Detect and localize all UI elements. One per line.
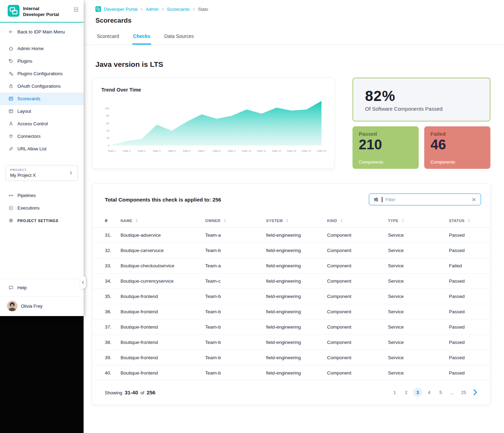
filter-input[interactable] xyxy=(386,197,468,202)
table-row[interactable]: 40.Boutique-frontendTeam-bfield-engineer… xyxy=(92,365,490,381)
table-cell: 40. xyxy=(105,370,121,376)
table-row[interactable]: 31.Boutique-adserviceTeam-afield-enginee… xyxy=(92,228,490,243)
sort-icon[interactable] xyxy=(135,219,139,222)
table-cell: Component xyxy=(327,324,388,330)
pagination-page-2[interactable]: 2 xyxy=(402,388,411,397)
sidebar-item-scorecards[interactable]: Scorecards xyxy=(0,93,84,105)
table-cell: Passed xyxy=(449,278,483,284)
table-cell: Service xyxy=(388,309,449,314)
sidebar-item-pipelines[interactable]: Pipelines xyxy=(0,189,84,202)
table-row[interactable]: 35.Boutique-frontendTeam-bfield-engineer… xyxy=(92,289,490,304)
sidebar-item-help[interactable]: Help xyxy=(0,279,84,296)
table-cell: Passed xyxy=(449,340,483,345)
showing-total: 256 xyxy=(147,389,155,395)
table-row[interactable]: 39.Boutique-frontendTeam-bfield-engineer… xyxy=(92,350,490,365)
app-title: Internal Developer Portal xyxy=(23,5,59,18)
table-cell: 31. xyxy=(105,233,121,238)
table-cell: Passed xyxy=(449,370,483,376)
sort-icon[interactable] xyxy=(401,219,405,222)
pagination-page-1[interactable]: 1 xyxy=(390,388,399,397)
chevron-left-icon xyxy=(80,280,86,285)
sidebar-item-plugins[interactable]: Plugins xyxy=(0,55,84,68)
table-cell: field-engineering xyxy=(266,263,327,268)
pagination-page-25[interactable]: 25 xyxy=(459,388,468,397)
table-cell: field-engineering xyxy=(266,340,327,345)
sidebar-item-plugins-configurations[interactable]: Plugins Configurations xyxy=(0,68,84,80)
showing-label: Showing xyxy=(105,390,122,395)
table-cell: Team-a xyxy=(205,263,266,268)
column-header-type[interactable]: TYPE xyxy=(388,219,449,223)
column-header-system[interactable]: SYSTEM xyxy=(266,219,327,223)
svg-text:Date 8: Date 8 xyxy=(213,149,220,152)
sidebar-item-executions[interactable]: Executions xyxy=(0,202,84,214)
apps-grid-icon[interactable] xyxy=(73,5,79,12)
table-title: Total Components this check is applied t… xyxy=(105,197,221,203)
user-name: Olivia Frey xyxy=(21,304,42,309)
close-icon[interactable] xyxy=(471,197,476,202)
user-profile[interactable]: Olivia Frey xyxy=(0,296,84,316)
table-cell: Boutique-frontend xyxy=(121,340,205,345)
back-to-idp-main-menu[interactable]: Back to IDP Main Menu xyxy=(0,23,84,40)
table-cell: Component xyxy=(327,355,388,360)
page-header: Developer Portal>Admin>Scorecards>Stats … xyxy=(84,0,504,45)
table-cell: 38. xyxy=(105,340,121,345)
table-cell: Boutique-currencyservice xyxy=(121,278,205,284)
table-cell: Boutique-adservice xyxy=(121,233,205,238)
table-cell: Boutique-carservuce xyxy=(121,248,205,253)
sort-icon[interactable] xyxy=(467,219,471,222)
sidebar-item-access-control[interactable]: Access Control xyxy=(0,118,84,130)
pagination-page-3[interactable]: 3 xyxy=(413,388,422,397)
sidebar-collapse-handle[interactable] xyxy=(80,276,86,289)
pagination-page-4[interactable]: 4 xyxy=(425,388,434,397)
table-cell: 35. xyxy=(105,294,121,299)
pipeline-icon xyxy=(8,193,14,198)
passed-card: Passed 210 Components xyxy=(352,126,419,169)
tab-checks[interactable]: Checks xyxy=(132,33,151,45)
tab-data-sources[interactable]: Data Sources xyxy=(164,33,195,45)
column-header-kind[interactable]: KIND xyxy=(327,219,388,223)
table-row[interactable]: 33.Boutique-checkoutserviceTeam-afield-e… xyxy=(92,258,490,274)
sort-icon[interactable] xyxy=(285,219,289,222)
breadcrumb-item-developer-portal[interactable]: Developer Portal xyxy=(104,7,138,12)
table-cell: Team-b xyxy=(205,340,266,345)
sidebar-item-connectors[interactable]: Connectors xyxy=(0,130,84,143)
sort-icon[interactable] xyxy=(223,219,227,222)
table-row[interactable]: 36.Boutique-frontendTeam-bfield-engineer… xyxy=(92,304,490,320)
column-header-[interactable]: # xyxy=(105,218,121,223)
table-cell: field-engineering xyxy=(266,309,327,314)
table-body: 31.Boutique-adserviceTeam-afield-enginee… xyxy=(92,228,490,381)
passed-count: 210 xyxy=(359,137,412,152)
svg-text:80: 80 xyxy=(106,114,109,117)
column-header-owner[interactable]: OWNER xyxy=(205,219,266,223)
column-label: STATUS xyxy=(449,219,465,223)
pagination-next-button[interactable] xyxy=(471,388,480,397)
components-table-card: Total Components this check is applied t… xyxy=(92,183,490,405)
column-label: OWNER xyxy=(205,219,220,223)
project-selector[interactable]: PROJECT My Project X xyxy=(6,165,78,181)
breadcrumb-separator: > xyxy=(140,7,143,12)
filter-box[interactable] xyxy=(369,194,481,205)
column-header-name[interactable]: NAME xyxy=(121,219,205,223)
table-row[interactable]: 34.Boutique-currencyserviceTeam-cfield-e… xyxy=(92,274,490,289)
sidebar-item-oauth-configurations[interactable]: OAuth Configurations xyxy=(0,80,84,93)
table-row[interactable]: 32.Boutique-carservuceTeam-bfield-engine… xyxy=(92,243,490,258)
column-header-status[interactable]: STATUS xyxy=(449,219,483,223)
svg-text:60: 60 xyxy=(106,122,109,125)
table-row[interactable]: 37.Boutique-frontendTeam-bfield-engineer… xyxy=(92,320,490,335)
sidebar-item-admin-home[interactable]: Admin Home xyxy=(0,42,84,55)
summary-column: 82% Of Software Components Passed Passed… xyxy=(352,78,490,169)
breadcrumb-item-admin[interactable]: Admin xyxy=(146,7,158,12)
tab-scorecard[interactable]: Scorecard xyxy=(96,33,120,45)
table-cell: Service xyxy=(388,340,449,345)
table-cell: Component xyxy=(327,248,388,253)
column-label: KIND xyxy=(327,219,337,223)
breadcrumb-item-scorecards[interactable]: Scorecards xyxy=(167,7,190,12)
pagination-page-5[interactable]: 5 xyxy=(436,388,445,397)
table-cell: Team-b xyxy=(205,294,266,299)
sidebar-item-layout[interactable]: Layout xyxy=(0,105,84,118)
sidebar-item-label: Pipelines xyxy=(17,193,36,198)
table-row[interactable]: 38.Boutique-frontendTeam-bfield-engineer… xyxy=(92,335,490,350)
sidebar-item-url-allow-list[interactable]: URL Allow List xyxy=(0,143,84,155)
sort-icon[interactable] xyxy=(340,219,343,222)
sidebar-item-project-settings[interactable]: PROJECT SETTINGS xyxy=(0,214,84,227)
